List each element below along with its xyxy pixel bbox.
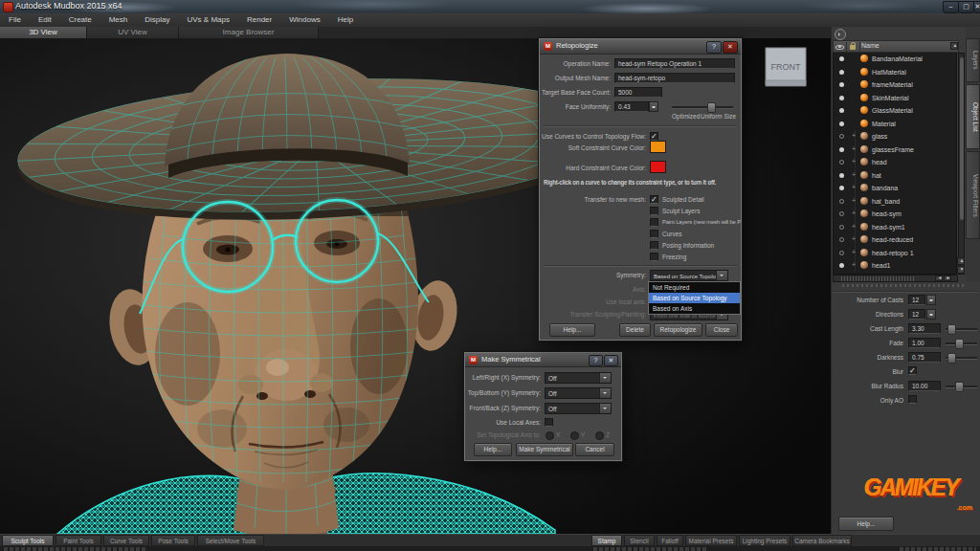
panel-help-button[interactable]: Help... bbox=[838, 517, 894, 531]
tab-sculpt-tools[interactable]: Sculpt Tools bbox=[2, 535, 54, 546]
maximize-button[interactable]: ▢ bbox=[958, 1, 974, 13]
tab-camera-bookmarks[interactable]: Camera Bookmarks bbox=[792, 535, 852, 546]
option-not-required[interactable]: Not Required bbox=[649, 282, 740, 293]
visibility-dot-icon[interactable] bbox=[839, 211, 844, 216]
dialog-help-icon[interactable]: ? bbox=[589, 355, 603, 366]
title-bar[interactable]: Autodesk Mudbox 2015 x64 – ▢ ✕ bbox=[0, 0, 980, 13]
visibility-dot-icon[interactable] bbox=[839, 173, 844, 178]
close-dialog-button[interactable]: Close bbox=[705, 323, 738, 337]
tab-lighting-presets[interactable]: Lighting Presets bbox=[739, 535, 791, 546]
expander-icon[interactable]: + bbox=[852, 158, 856, 165]
visibility-dot-icon[interactable] bbox=[839, 263, 844, 268]
list-item[interactable]: +hat_band bbox=[834, 195, 956, 208]
darkness-input[interactable] bbox=[908, 352, 941, 363]
expander-icon[interactable]: + bbox=[852, 184, 856, 190]
tab-image-browser[interactable]: Image Browser bbox=[179, 27, 319, 38]
visibility-dot-icon[interactable] bbox=[839, 82, 844, 87]
list-item[interactable]: +head-retopo 1 bbox=[834, 247, 956, 259]
retopologize-button[interactable]: Retopologize bbox=[654, 323, 702, 337]
visibility-column-button[interactable] bbox=[834, 42, 847, 52]
use-curves-checkbox[interactable] bbox=[650, 132, 658, 141]
view-cube-gizmo[interactable]: FRONT bbox=[766, 48, 806, 86]
cancel-button[interactable]: Cancel bbox=[575, 443, 614, 456]
visibility-dot-icon[interactable] bbox=[839, 108, 844, 113]
lr-symmetry-dropdown[interactable]: Off bbox=[545, 372, 612, 384]
help-button[interactable]: Help... bbox=[549, 323, 595, 337]
list-item[interactable]: +head-sym bbox=[834, 208, 956, 220]
list-item[interactable]: BandanaMaterial bbox=[834, 53, 956, 65]
minimize-button[interactable]: – bbox=[943, 1, 959, 13]
soft-constraint-color-swatch[interactable] bbox=[650, 141, 666, 153]
fade-slider[interactable] bbox=[946, 342, 977, 345]
tb-symmetry-dropdown[interactable]: Off bbox=[545, 387, 612, 399]
tab-object-list[interactable]: Object List bbox=[966, 84, 980, 149]
dialog-close-icon[interactable]: ✕ bbox=[723, 41, 738, 54]
visibility-dot-icon[interactable] bbox=[839, 56, 844, 61]
dialog-close-icon[interactable]: ✕ bbox=[604, 355, 618, 366]
scroll-up-icon[interactable]: ▲ bbox=[957, 257, 965, 265]
list-item[interactable]: +head-reduced bbox=[834, 233, 956, 246]
scroll-up-icon[interactable]: ▲ bbox=[950, 42, 958, 50]
transfer-paint-layers-checkbox[interactable] bbox=[650, 218, 658, 227]
list-item[interactable]: +glass bbox=[834, 130, 956, 143]
visibility-dot-icon[interactable] bbox=[839, 134, 844, 139]
option-based-on-axis[interactable]: Based on Axis bbox=[649, 303, 740, 314]
option-based-on-source-topology[interactable]: Based on Source Topology bbox=[649, 293, 740, 303]
list-item[interactable]: frameMaterial bbox=[834, 78, 956, 91]
panel-splitter-handle[interactable] bbox=[842, 284, 965, 287]
darkness-slider[interactable] bbox=[946, 357, 977, 360]
menu-edit[interactable]: Edit bbox=[30, 13, 60, 27]
expander-icon[interactable]: + bbox=[852, 209, 856, 216]
menu-create[interactable]: Create bbox=[60, 13, 100, 27]
use-local-axes-checkbox[interactable] bbox=[545, 418, 553, 427]
vertical-scrollbar[interactable] bbox=[958, 53, 965, 275]
blur-radius-input[interactable] bbox=[908, 381, 941, 391]
fb-symmetry-dropdown[interactable]: Off bbox=[545, 403, 612, 414]
transfer-freezing-checkbox[interactable] bbox=[650, 253, 658, 261]
list-item[interactable]: +head bbox=[834, 156, 956, 168]
operation-name-input[interactable] bbox=[614, 58, 735, 69]
face-uniformity-slider[interactable] bbox=[672, 106, 733, 109]
lock-column-button[interactable] bbox=[847, 42, 860, 52]
visibility-dot-icon[interactable] bbox=[839, 96, 844, 100]
axis-y-radio[interactable] bbox=[570, 431, 579, 440]
expander-icon[interactable]: + bbox=[852, 132, 856, 139]
transfer-sculpt-layers-checkbox[interactable] bbox=[650, 207, 658, 215]
number-of-casts-spinner[interactable] bbox=[926, 295, 936, 305]
menu-mesh[interactable]: Mesh bbox=[100, 13, 137, 27]
dialog-help-icon[interactable]: ? bbox=[706, 41, 722, 54]
list-item[interactable]: +bandana bbox=[834, 182, 956, 194]
visibility-dot-icon[interactable] bbox=[839, 147, 844, 152]
tab-stamp[interactable]: Stamp bbox=[591, 535, 622, 546]
expander-icon[interactable]: + bbox=[852, 223, 856, 230]
list-item[interactable]: +head1 bbox=[834, 259, 956, 272]
list-item[interactable]: GlassMaterial bbox=[834, 104, 956, 117]
expander-icon[interactable]: + bbox=[852, 145, 856, 152]
visibility-dot-icon[interactable] bbox=[839, 199, 844, 204]
scroll-right-icon[interactable]: ► bbox=[944, 276, 951, 281]
scroll-left-icon[interactable]: ◄ bbox=[935, 276, 943, 281]
make-symmetrical-dialog[interactable]: M Make Symmetrical ? ✕ Left/Right (X) Sy… bbox=[464, 352, 622, 461]
menu-windows[interactable]: Windows bbox=[280, 13, 328, 27]
target-count-input[interactable] bbox=[614, 87, 662, 98]
slider-knob[interactable] bbox=[707, 102, 716, 113]
output-mesh-input[interactable] bbox=[614, 73, 735, 83]
tab-select-move-tools[interactable]: Select/Move Tools bbox=[197, 535, 264, 546]
help-button[interactable]: Help... bbox=[474, 443, 512, 456]
tab-uv-view[interactable]: UV View bbox=[87, 27, 179, 38]
list-item[interactable]: HatMaterial bbox=[834, 66, 956, 78]
visibility-dot-icon[interactable] bbox=[839, 121, 844, 126]
close-button[interactable]: ✕ bbox=[973, 1, 980, 13]
number-of-casts-input[interactable] bbox=[908, 295, 925, 305]
expander-icon[interactable]: + bbox=[852, 171, 856, 178]
menu-help[interactable]: Help bbox=[329, 13, 362, 27]
transfer-sculpted-detail-checkbox[interactable] bbox=[650, 195, 658, 204]
tab-pose-tools[interactable]: Pose Tools bbox=[151, 535, 195, 546]
directions-spinner[interactable] bbox=[926, 309, 936, 320]
horizontal-scrollbar[interactable]: ◄ ► bbox=[833, 275, 958, 282]
symmetry-dropdown[interactable]: Based on Source Topology bbox=[650, 270, 728, 281]
retopologize-dialog[interactable]: M Retopologize ? ✕ Operation Name: Outpu… bbox=[539, 38, 742, 341]
expander-icon[interactable]: + bbox=[852, 235, 856, 242]
menu-display[interactable]: Display bbox=[136, 13, 178, 27]
blur-radius-slider[interactable] bbox=[946, 386, 977, 388]
